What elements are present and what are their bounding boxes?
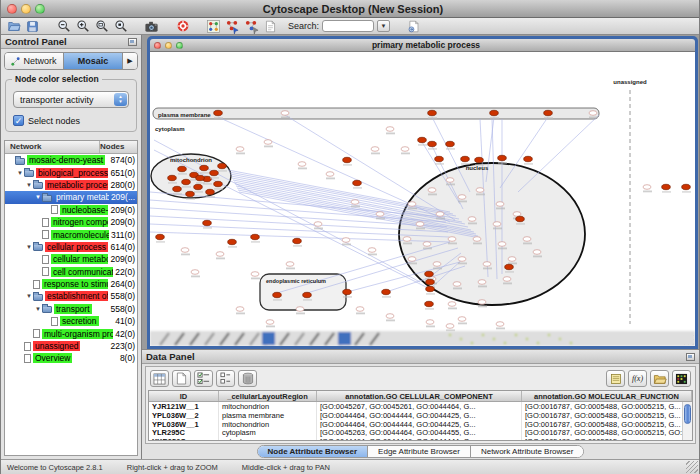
- gene-node-highlighted[interactable]: [194, 184, 203, 189]
- table-row[interactable]: YLR295Ccytoplasm[GO:0045263, GO:0044464,…: [149, 428, 692, 437]
- select-nodes-checkbox[interactable]: ✓: [13, 115, 24, 126]
- tree-row[interactable]: nitrogen compo209(0): [5, 216, 137, 228]
- gene-node-highlighted[interactable]: [435, 156, 444, 161]
- annotation-page-icon[interactable]: [263, 19, 278, 34]
- tree-label[interactable]: cellular process: [45, 242, 108, 252]
- gene-node-highlighted[interactable]: [206, 189, 215, 194]
- gene-node-highlighted[interactable]: [426, 279, 435, 284]
- attribute-table-icon[interactable]: [150, 370, 169, 387]
- gene-node-highlighted[interactable]: [662, 184, 671, 189]
- tree-label[interactable]: multi-organism pro: [42, 329, 113, 339]
- table-scrollbar[interactable]: [682, 402, 692, 440]
- tab-node-attribute-browser[interactable]: Node Attribute Browser: [258, 446, 369, 457]
- network-overview-icon[interactable]: [206, 19, 221, 34]
- network-graph-svg[interactable]: plasma membranecytoplasmmitochondrionnuc…: [150, 52, 695, 346]
- gene-node[interactable]: [508, 257, 516, 262]
- tree-row[interactable]: macromolecule311(0): [5, 228, 137, 240]
- gene-node[interactable]: [314, 222, 322, 227]
- open-folder-icon[interactable]: [6, 19, 21, 34]
- tree-expander-icon[interactable]: ▼: [25, 293, 33, 299]
- gene-node-highlighted[interactable]: [214, 181, 223, 186]
- gene-node-highlighted[interactable]: [303, 292, 312, 297]
- gene-node[interactable]: [236, 147, 244, 152]
- gene-node[interactable]: [433, 262, 441, 267]
- snapshot-camera-icon[interactable]: [144, 19, 159, 34]
- gene-node-highlighted[interactable]: [428, 110, 437, 115]
- help-lifering-icon[interactable]: [175, 19, 190, 34]
- gene-node[interactable]: [371, 147, 379, 152]
- gene-node-highlighted[interactable]: [524, 156, 533, 161]
- gene-node-highlighted[interactable]: [178, 166, 187, 171]
- network-close-button[interactable]: [154, 42, 161, 49]
- gene-node[interactable]: [468, 217, 476, 222]
- delete-attribute-icon[interactable]: [238, 370, 257, 387]
- tree-row[interactable]: cell communicat22(0): [5, 266, 137, 278]
- new-attribute-icon[interactable]: [172, 370, 191, 387]
- tree-label[interactable]: unassigned: [33, 341, 80, 351]
- gene-node[interactable]: [266, 320, 274, 325]
- gene-node[interactable]: [408, 257, 416, 262]
- zoom-fit-icon[interactable]: [113, 19, 128, 34]
- tab-network[interactable]: Network: [5, 53, 64, 69]
- formula-fx-icon[interactable]: f(x): [628, 370, 647, 387]
- tab-edge-attribute-browser[interactable]: Edge Attribute Browser: [368, 446, 471, 457]
- import-attributes-icon[interactable]: [650, 370, 669, 387]
- gene-node[interactable]: [286, 262, 294, 267]
- gene-node[interactable]: [458, 317, 466, 322]
- gene-node-highlighted[interactable]: [251, 234, 260, 239]
- gene-node-highlighted[interactable]: [218, 163, 227, 168]
- gene-node[interactable]: [236, 307, 244, 312]
- gene-node-highlighted[interactable]: [498, 155, 507, 160]
- gene-node[interactable]: [426, 320, 434, 325]
- tree-row[interactable]: ▼metabolic process280(0): [5, 179, 137, 191]
- gene-node[interactable]: [216, 252, 224, 257]
- search-dropdown-button[interactable]: ▼: [377, 20, 390, 32]
- gene-node-highlighted[interactable]: [273, 292, 282, 297]
- gene-node-highlighted[interactable]: [186, 191, 195, 196]
- tree-label[interactable]: Overview: [33, 353, 72, 363]
- tree-label[interactable]: mosaic-demo-yeast: [27, 155, 105, 165]
- minimize-button[interactable]: [21, 4, 31, 14]
- gene-node-highlighted[interactable]: [544, 110, 553, 115]
- gene-node[interactable]: [403, 237, 411, 242]
- gene-node[interactable]: [401, 147, 409, 152]
- gene-node-highlighted[interactable]: [203, 220, 212, 225]
- gene-node[interactable]: [264, 140, 272, 145]
- tree-expander-icon[interactable]: ▼: [34, 194, 42, 200]
- network-canvas[interactable]: plasma membranecytoplasmmitochondrionnuc…: [150, 52, 695, 346]
- gene-node[interactable]: [476, 188, 484, 193]
- app-resize-grip[interactable]: [686, 461, 698, 473]
- tree-label[interactable]: cell communicat: [51, 267, 113, 277]
- gene-node[interactable]: [376, 212, 384, 217]
- gene-node-highlighted[interactable]: [475, 157, 484, 162]
- float-data-panel-icon[interactable]: [686, 353, 695, 361]
- table-row[interactable]: YKR052Ccytoplasm[GO:0044464, GO:0044446,…: [149, 437, 692, 441]
- column-header[interactable]: _cellularLayoutRegion: [219, 391, 317, 401]
- network-modify-1-icon[interactable]: [225, 19, 240, 34]
- tree-row[interactable]: multi-organism pro42(0): [5, 327, 137, 339]
- gene-node-highlighted[interactable]: [210, 170, 219, 175]
- gene-node-highlighted[interactable]: [428, 141, 437, 146]
- network-view-window[interactable]: primary metabolic process plasma membran…: [147, 36, 698, 349]
- gene-node-highlighted[interactable]: [490, 110, 499, 115]
- gene-node[interactable]: [296, 307, 304, 312]
- float-panel-icon[interactable]: [128, 38, 137, 46]
- tree-column-network[interactable]: Network: [5, 141, 100, 153]
- gene-node[interactable]: [458, 195, 466, 200]
- gene-node-highlighted[interactable]: [200, 165, 209, 170]
- attribute-matrix-icon[interactable]: [672, 370, 691, 387]
- save-icon[interactable]: [25, 19, 40, 34]
- tree-expander-icon[interactable]: ▼: [25, 244, 33, 250]
- gene-node[interactable]: [356, 307, 364, 312]
- gene-node-highlighted[interactable]: [426, 286, 435, 291]
- gene-node-highlighted[interactable]: [173, 186, 182, 191]
- gene-node[interactable]: [386, 127, 394, 132]
- gene-node-highlighted[interactable]: [228, 239, 237, 244]
- gene-node-highlighted[interactable]: [182, 179, 191, 184]
- tab-overflow-arrow[interactable]: ▶: [123, 53, 137, 69]
- tree-label[interactable]: biological_process: [36, 168, 108, 178]
- column-header[interactable]: ID: [149, 391, 219, 401]
- gene-node[interactable]: [453, 282, 461, 287]
- zoom-selected-icon[interactable]: [94, 19, 109, 34]
- gene-node[interactable]: [251, 272, 259, 277]
